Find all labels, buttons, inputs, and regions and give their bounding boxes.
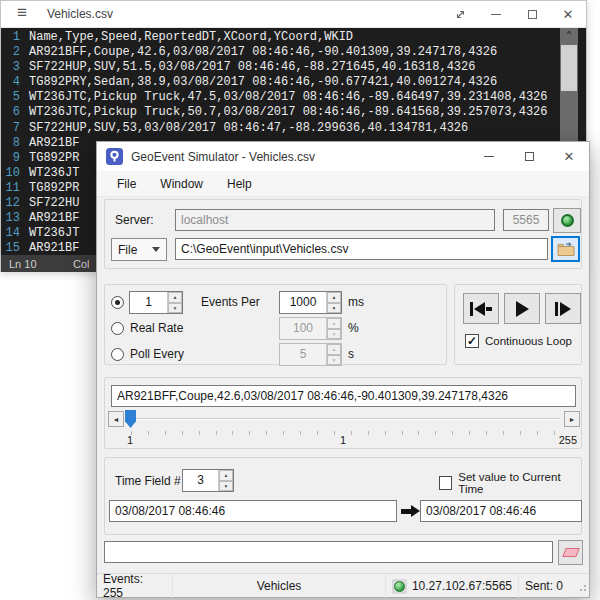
connection-led-icon — [392, 579, 407, 594]
skip-to-start-icon — [470, 302, 492, 316]
line-text: TG892PR — [29, 151, 79, 166]
browse-file-button[interactable] — [551, 236, 580, 262]
stepper-down-icon[interactable]: ▼ — [168, 303, 182, 314]
stepper-up-icon: ▲ — [327, 344, 341, 355]
events-per-label: Events Per — [201, 295, 260, 309]
slider-tick — [182, 431, 183, 435]
slider-tick — [199, 431, 200, 435]
slider-tick — [165, 431, 166, 435]
simulator-minimize-button[interactable] — [469, 142, 509, 171]
time-field-value[interactable]: 3 — [183, 470, 218, 491]
slider-tick — [300, 431, 301, 435]
line-number: 9 — [1, 151, 29, 166]
geoevent-simulator-window: GeoEvent Simulator - Vehicles.csv ✕ File… — [96, 141, 590, 598]
seconds-unit-label: s — [348, 347, 354, 361]
line-text: TG892PR — [29, 181, 79, 196]
poll-every-value: 5 — [280, 344, 326, 365]
line-number: 13 — [1, 211, 29, 226]
slider-tick — [554, 431, 555, 435]
current-event-input[interactable] — [111, 385, 576, 407]
poll-every-radio[interactable] — [111, 348, 124, 361]
simulator-close-button[interactable]: ✕ — [549, 142, 589, 171]
slider-left-arrow-button[interactable]: ◄ — [108, 411, 124, 427]
real-rate-radio[interactable] — [111, 322, 124, 335]
menu-help[interactable]: Help — [215, 173, 264, 195]
line-number: 2 — [1, 45, 29, 60]
editor-line: 6WT236JTC,Pickup Truck,50.7,03/08/2017 0… — [1, 105, 586, 120]
line-text: SF722HUP,SUV,53,03/08/2017 08:46:47,-88.… — [29, 121, 468, 136]
time-field-stepper[interactable]: 3 ▲▼ — [182, 469, 234, 492]
slider-track[interactable] — [128, 418, 560, 420]
line-text: SF722HU — [29, 196, 79, 211]
line-number: 7 — [1, 121, 29, 136]
line-number: 8 — [1, 136, 29, 151]
editor-minimize-button[interactable] — [478, 1, 514, 28]
set-current-time-label: Set value to Current Time — [458, 471, 581, 495]
line-text: AR921BFF,Coupe,42.6,03/08/2017 08:46:46,… — [29, 45, 497, 60]
editor-line: 2AR921BFF,Coupe,42.6,03/08/2017 08:46:46… — [1, 45, 586, 60]
step-forward-icon — [555, 302, 571, 316]
simulation-name-status: Vehicles — [173, 574, 386, 598]
editor-maximize-button[interactable] — [514, 1, 550, 28]
hamburger-menu-icon[interactable]: ≡ — [17, 3, 27, 23]
file-path-input[interactable] — [175, 238, 548, 260]
slider-tick — [216, 431, 217, 435]
editor-line: 4TG892PRY,Sedan,38.9,03/08/2017 08:46:46… — [1, 75, 586, 90]
interval-ms-value[interactable]: 1000 — [280, 292, 326, 313]
stepper-down-icon[interactable]: ▼ — [219, 481, 233, 492]
stepper-up-icon[interactable]: ▲ — [327, 292, 341, 303]
time-field-group: Time Field # 3 ▲▼ Set value to Current T… — [104, 457, 582, 535]
slider-tick — [520, 431, 521, 435]
source-type-value: File — [118, 243, 137, 257]
slider-thumb[interactable] — [125, 410, 136, 428]
skip-to-start-button[interactable] — [463, 293, 499, 324]
arrow-right-icon — [401, 505, 420, 517]
slider-tick — [232, 431, 233, 435]
simulator-maximize-button[interactable] — [509, 142, 549, 171]
resize-grip[interactable] — [577, 581, 587, 595]
event-count-value[interactable]: 1 — [130, 292, 167, 313]
slider-tick — [452, 431, 453, 435]
line-number: 11 — [1, 181, 29, 196]
menubar: File Window Help — [97, 171, 589, 197]
simulator-titlebar[interactable]: GeoEvent Simulator - Vehicles.csv ✕ — [97, 142, 589, 171]
stepper-down-icon[interactable]: ▼ — [327, 303, 341, 314]
radio-dot — [115, 300, 120, 305]
set-current-time-checkbox[interactable] — [439, 476, 452, 490]
menu-file[interactable]: File — [105, 173, 148, 195]
line-text: SF722HUP,SUV,51.5,03/08/2017 08:46:46,-8… — [29, 60, 475, 75]
continuous-loop-row: ✓ Continuous Loop — [465, 334, 572, 348]
connect-button[interactable] — [553, 208, 581, 233]
interval-ms-stepper[interactable]: 1000 ▲▼ — [279, 291, 342, 314]
menu-window[interactable]: Window — [148, 173, 215, 195]
playback-group: ✓ Continuous Loop — [454, 284, 582, 365]
line-text: WT236JTC,Pickup Truck,47.5,03/08/2017 08… — [29, 90, 547, 105]
editor-line: 7SF722HUP,SUV,53,03/08/2017 08:46:47,-88… — [1, 121, 586, 136]
stepper-up-icon[interactable]: ▲ — [168, 292, 182, 303]
editor-close-button[interactable]: ✕ — [550, 1, 586, 28]
play-icon — [516, 301, 529, 317]
editor-titlebar[interactable]: ≡ Vehicles.csv ✕ — [1, 1, 586, 28]
open-folder-icon — [557, 242, 575, 257]
slider-mid-label: 1 — [340, 434, 346, 446]
slider-right-arrow-button[interactable]: ► — [564, 411, 580, 427]
event-count-stepper[interactable]: 1 ▲▼ — [129, 291, 183, 314]
scroll-up-icon[interactable]: ⌃ — [560, 28, 578, 44]
scrollbar-thumb[interactable] — [561, 45, 577, 91]
clear-log-button[interactable] — [558, 540, 583, 565]
step-forward-button[interactable] — [545, 293, 581, 324]
stepper-up-icon[interactable]: ▲ — [219, 470, 233, 481]
simulator-statusbar: Events: 255 Vehicles 10.27.102.67:5565 S… — [97, 573, 589, 598]
slider-tick — [368, 431, 369, 435]
play-button[interactable] — [504, 293, 540, 324]
source-type-dropdown[interactable]: File — [111, 238, 167, 261]
slider-tick — [435, 431, 436, 435]
events-per-radio[interactable] — [111, 296, 124, 309]
expand-icon[interactable] — [442, 1, 478, 28]
slider-tick — [402, 431, 403, 435]
slider-tick — [249, 431, 250, 435]
line-text: WT236JT — [29, 166, 79, 181]
continuous-loop-checkbox[interactable]: ✓ — [465, 334, 479, 348]
editor-line: 5WT236JTC,Pickup Truck,47.5,03/08/2017 0… — [1, 90, 586, 105]
geoevent-app-icon — [106, 148, 123, 165]
